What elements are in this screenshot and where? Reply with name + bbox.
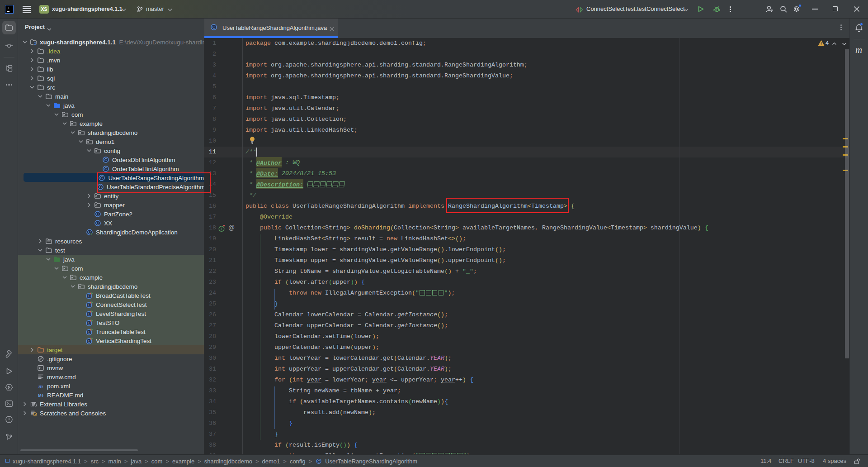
svg-text:m: m [38,383,43,390]
svg-text:C: C [212,25,216,29]
svg-text:C: C [96,221,99,225]
svg-text:C: C [318,459,321,463]
svg-text:I: I [221,227,222,231]
svg-text:C: C [88,321,91,325]
svg-text:C: C [88,312,91,316]
svg-text:C: C [104,157,108,162]
svg-text:C: C [88,330,91,334]
svg-text:C: C [88,339,91,343]
svg-text:C: C [88,303,91,307]
svg-text:M: M [38,393,42,398]
svg-text:C: C [88,294,91,298]
svg-text:C: C [96,212,99,216]
svg-text:C: C [104,167,108,171]
